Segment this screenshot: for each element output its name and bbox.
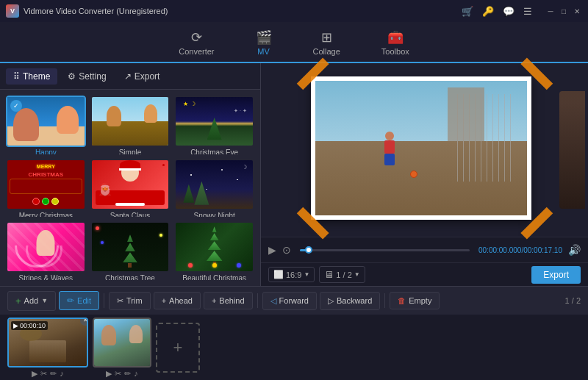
edit-button[interactable]: ✏ Edit	[59, 291, 99, 310]
add-label: Add	[24, 296, 39, 305]
theme-grid: ✓ Happy Simple	[0, 90, 260, 286]
tl-controls-1: ▶ ✂ ✏ ♪	[7, 369, 88, 379]
timeline-item-1: ▶ 00:00:10 ✕ ▶ ✂ ✏ ♪	[7, 318, 88, 379]
tl-edit-icon-2[interactable]: ✏	[124, 369, 131, 379]
page-selector[interactable]: 🖥 1 / 2 ▼	[319, 266, 365, 283]
toolbox-label: Toolbox	[381, 47, 409, 56]
add-button[interactable]: + Add ▼	[7, 291, 56, 311]
theme-tab[interactable]: ⠿ Theme	[6, 68, 57, 85]
setting-tab[interactable]: ⚙ Setting	[60, 68, 113, 85]
setting-icon: ⚙	[68, 71, 76, 82]
edit-icon: ✏	[67, 295, 74, 306]
mv-icon: 🎬	[256, 29, 272, 46]
forward-label: Forward	[279, 296, 309, 305]
chat-icon[interactable]: 💬	[503, 6, 514, 17]
theme-item-christmas-eve[interactable]: ★ ☽ ✦ · ✦ Christmas Eve	[174, 96, 254, 154]
export-icon: ↗	[124, 71, 132, 82]
tl-controls-2: ▶ ✂ ✏ ♪	[93, 369, 151, 379]
collage-label: Collage	[313, 47, 340, 56]
export-tab[interactable]: ↗ Export	[117, 68, 168, 85]
behind-icon: +	[212, 296, 216, 305]
toolbox-icon: 🧰	[387, 29, 404, 46]
forward-button[interactable]: ◁ Forward	[262, 292, 317, 310]
left-panel: ⠿ Theme ⚙ Setting ↗ Export	[0, 63, 261, 286]
empty-icon: 🗑	[398, 296, 406, 305]
collage-icon: ⊞	[321, 29, 332, 46]
title-text: Vidmore Video Converter (Unregistered)	[24, 7, 457, 15]
timeline-thumb-2[interactable]	[93, 318, 151, 368]
tl-edit-icon[interactable]: ✏	[50, 369, 57, 379]
aspect-ratio-selector[interactable]: ⬜ 16:9 ▼	[268, 267, 315, 282]
forward-icon: ◁	[270, 296, 276, 306]
menu-icon[interactable]: ☰	[523, 6, 532, 17]
scene-ball	[410, 171, 417, 178]
trim-button[interactable]: ✂ Trim	[109, 292, 151, 310]
title-bar-icons: 🛒 🔑 💬 ☰	[462, 6, 532, 17]
maximize-button[interactable]: □	[559, 6, 569, 16]
tab-converter[interactable]: ⟳ Converter	[158, 25, 234, 63]
volume-icon[interactable]: 🔊	[568, 244, 581, 256]
tab-toolbox[interactable]: 🧰 Toolbox	[361, 25, 430, 63]
theme-item-stripes-waves[interactable]: Stripes & Waves	[6, 221, 86, 280]
empty-button[interactable]: 🗑 Empty	[390, 292, 440, 309]
side-silhouette	[559, 91, 585, 209]
backward-button[interactable]: ▷ Backward	[320, 292, 380, 310]
tab-collage[interactable]: ⊞ Collage	[293, 25, 361, 63]
stop-button[interactable]: ⊙	[282, 244, 291, 256]
theme-item-current[interactable]: ✓ Happy	[6, 96, 86, 154]
ahead-icon: +	[162, 296, 166, 305]
bottom-toolbar: + Add ▼ ✏ Edit ✂ Trim + Ahead + Behind ◁…	[0, 286, 588, 315]
minimize-button[interactable]: ─	[545, 6, 556, 16]
timeline: ▶ 00:00:10 ✕ ▶ ✂ ✏ ♪ ▶ ✂ ✏ ♪ +	[0, 315, 588, 380]
export-button[interactable]: Export	[531, 266, 581, 284]
timeline-close-1[interactable]: ✕	[80, 318, 88, 326]
theme-item-simple[interactable]: Simple	[90, 96, 171, 154]
cart-icon[interactable]: 🛒	[462, 6, 473, 17]
app-icon: V	[6, 4, 19, 18]
tl-cut-icon[interactable]: ✂	[40, 369, 47, 379]
mv-label: MV	[257, 47, 270, 56]
theme-name-santa-claus: Santa Claus	[90, 212, 171, 218]
theme-item-santa-claus[interactable]: 🎅 Santa Claus	[90, 159, 171, 218]
tl-audio-icon[interactable]: ♪	[60, 369, 64, 379]
scene-figure	[379, 132, 401, 168]
separator-3	[384, 293, 385, 308]
separator-1	[104, 293, 104, 308]
theme-name-stripes-waves: Stripes & Waves	[6, 274, 86, 280]
trim-icon: ✂	[117, 296, 123, 306]
add-dropdown-arrow[interactable]: ▼	[41, 297, 48, 304]
theme-item-christmas-tree[interactable]: Christmas Tree	[90, 221, 171, 280]
progress-bar[interactable]	[300, 249, 470, 251]
backward-label: Backward	[337, 296, 372, 305]
behind-label: Behind	[219, 296, 244, 305]
theme-icon: ⠿	[13, 71, 20, 82]
tl-play-icon[interactable]: ▶	[32, 369, 37, 379]
theme-check-current: ✓	[10, 100, 22, 112]
ahead-label: Ahead	[169, 296, 193, 305]
page-arrow: ▼	[354, 271, 360, 278]
edit-label: Edit	[77, 296, 91, 305]
tl-audio-icon-2[interactable]: ♪	[134, 369, 138, 379]
timeline-item-2: ▶ ✂ ✏ ♪	[93, 318, 151, 379]
timeline-thumb-1[interactable]: ▶ 00:00:10 ✕	[7, 318, 88, 368]
time-display: 00:00:00.000/00:00:17.10	[478, 246, 562, 254]
behind-button[interactable]: + Behind	[204, 292, 253, 309]
add-media-button[interactable]: +	[156, 323, 200, 373]
key-icon[interactable]: 🔑	[482, 6, 494, 17]
aspect-ratio-arrow: ▼	[304, 271, 309, 278]
play-button[interactable]: ▶	[268, 244, 276, 256]
theme-item-snowy-night[interactable]: ☽ Snowy Night	[174, 159, 254, 218]
window-controls: ─ □ ✕	[545, 6, 582, 16]
theme-label: Theme	[23, 71, 50, 82]
tl-play-icon-2[interactable]: ▶	[106, 369, 112, 379]
theme-item-beautiful-christmas[interactable]: Beautiful Christmas	[174, 221, 254, 280]
ahead-button[interactable]: + Ahead	[154, 292, 201, 309]
close-button[interactable]: ✕	[572, 6, 582, 16]
tab-mv[interactable]: 🎬 MV	[235, 25, 293, 63]
add-media-icon: +	[173, 338, 183, 357]
progress-dot[interactable]	[305, 246, 312, 254]
scene-building	[448, 87, 484, 141]
theme-item-merry-christmas[interactable]: MERRY CHRISTMAS Merry Christmas	[6, 159, 86, 218]
title-bar: V Vidmore Video Converter (Unregistered)…	[0, 0, 588, 22]
tl-cut-icon-2[interactable]: ✂	[115, 369, 121, 379]
